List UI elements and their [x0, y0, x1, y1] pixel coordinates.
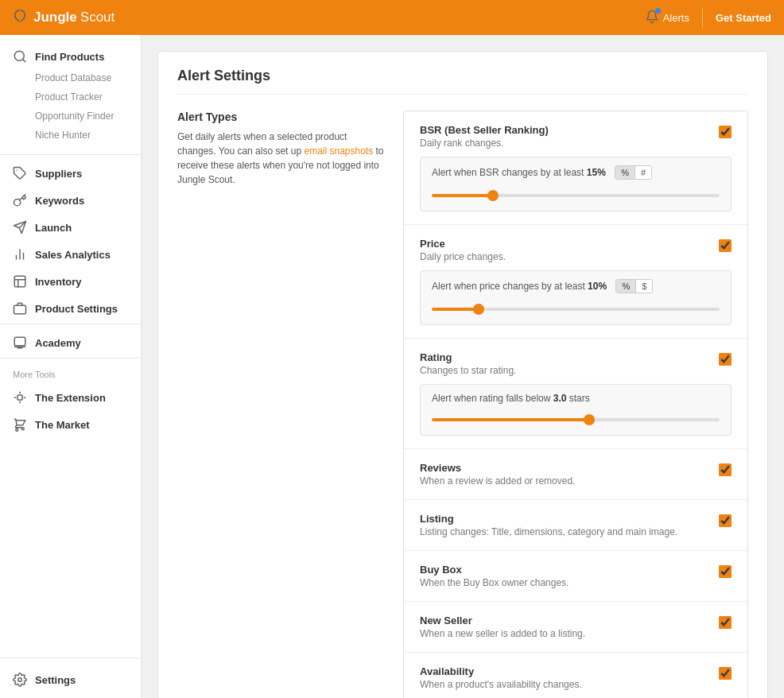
alert-item-buy-box-title: Buy Box: [420, 564, 569, 576]
rating-slider[interactable]: [432, 418, 720, 421]
alert-item-reviews: Reviews When a review is added or remove…: [404, 449, 747, 500]
alert-item-price-desc: Daily price changes.: [420, 251, 506, 262]
alert-checkbox-reviews[interactable]: [719, 463, 732, 476]
product-settings-icon: [13, 301, 27, 316]
alert-item-reviews-desc: When a review is added or removed.: [420, 475, 575, 487]
key-icon: [13, 193, 27, 207]
alert-item-bsr-desc: Daily rank changes.: [420, 138, 549, 149]
sidebar-item-product-settings[interactable]: Product Settings: [0, 293, 141, 320]
sidebar-item-settings[interactable]: Settings: [0, 665, 141, 692]
more-tools-label: More Tools: [0, 362, 141, 382]
alert-item-buy-box-info: Buy Box When the Buy Box owner changes.: [420, 564, 569, 588]
sidebar-item-product-tracker[interactable]: Product Tracker: [0, 87, 141, 107]
sidebar-item-launch[interactable]: Launch: [0, 212, 141, 239]
alert-types-description: Get daily alerts when a selected product…: [177, 130, 384, 187]
alert-checkbox-listing[interactable]: [719, 514, 732, 527]
bsr-slider[interactable]: [432, 194, 720, 197]
price-slider-label: Alert when price changes by at least 10%…: [432, 279, 720, 293]
app-header: Jungle Scout Alerts Get Started: [0, 0, 784, 35]
alert-checkbox-bsr[interactable]: [719, 126, 732, 138]
alert-item-bsr-title: BSR (Best Seller Ranking): [420, 124, 549, 136]
price-percent-btn[interactable]: %: [616, 280, 636, 293]
alert-item-reviews-title: Reviews: [420, 462, 575, 474]
email-snapshots-link[interactable]: email snapshots: [304, 145, 373, 157]
logo-text-scout: Scout: [80, 10, 114, 25]
app-layout: Find Products Product Database Product T…: [0, 35, 784, 698]
sidebar: Find Products Product Database Product T…: [0, 35, 142, 698]
rating-slider-label: Alert when rating falls below 3.0 stars: [432, 393, 720, 404]
price-unit-toggle: % $: [615, 279, 653, 293]
sidebar-item-niche-hunter[interactable]: Niche Hunter: [0, 126, 141, 145]
sidebar-item-product-database[interactable]: Product Database: [0, 68, 141, 87]
alert-item-buy-box: Buy Box When the Buy Box owner changes.: [404, 551, 747, 602]
header-divider: [702, 8, 703, 27]
alert-item-availability: Availability When a product's availabili…: [404, 653, 747, 698]
alert-types-heading: Alert Types: [177, 111, 384, 123]
bsr-unit-toggle: % #: [615, 165, 652, 180]
price-slider[interactable]: [432, 308, 720, 311]
alert-item-new-seller: New Seller When a new seller is added to…: [404, 602, 747, 653]
svg-rect-9: [14, 337, 25, 346]
alert-item-buy-box-desc: When the Buy Box owner changes.: [420, 577, 569, 588]
logo-jungle: [13, 9, 30, 27]
sidebar-item-sales-analytics[interactable]: Sales Analytics: [0, 239, 141, 266]
sidebar-item-the-market[interactable]: The Market: [0, 409, 141, 436]
alert-item-bsr-info: BSR (Best Seller Ranking) Daily rank cha…: [420, 124, 549, 149]
alert-item-listing-info: Listing Listing changes: Title, dimensio…: [420, 513, 677, 537]
alert-item-listing-desc: Listing changes: Title, dimensions, cate…: [420, 526, 677, 537]
bsr-slider-label: Alert when BSR changes by at least 15% %…: [432, 165, 720, 180]
alert-item-price-title: Price: [420, 238, 506, 250]
alert-types-panel: Alert Types Get daily alerts when a sele…: [177, 111, 384, 698]
svg-rect-8: [14, 305, 26, 314]
alert-item-bsr: BSR (Best Seller Ranking) Daily rank cha…: [404, 111, 747, 225]
alert-checkbox-buy-box[interactable]: [719, 565, 732, 578]
alert-item-availability-header: Availability When a product's availabili…: [420, 665, 732, 690]
alert-item-rating-info: Rating Changes to star rating.: [420, 351, 516, 376]
bell-icon: [645, 10, 659, 26]
alert-checkbox-price[interactable]: [719, 239, 732, 252]
inventory-icon: [13, 274, 27, 289]
alert-item-listing-title: Listing: [420, 513, 677, 525]
alert-item-rating-title: Rating: [420, 351, 516, 363]
alert-checkbox-new-seller[interactable]: [719, 616, 732, 629]
page-title: Alert Settings: [177, 68, 748, 95]
alert-item-new-seller-header: New Seller When a new seller is added to…: [420, 615, 732, 639]
search-icon: [13, 49, 27, 64]
alert-item-new-seller-info: New Seller When a new seller is added to…: [420, 615, 585, 639]
price-dollar-btn[interactable]: $: [636, 280, 652, 293]
bsr-percent-btn[interactable]: %: [615, 166, 635, 179]
alert-item-availability-desc: When a product's availability changes.: [420, 679, 582, 690]
sidebar-bottom: Settings: [0, 657, 141, 698]
get-started-button[interactable]: Get Started: [716, 12, 771, 24]
svg-point-11: [18, 678, 22, 682]
bsr-hash-btn[interactable]: #: [635, 166, 651, 179]
alert-item-rating-header: Rating Changes to star rating.: [420, 351, 732, 376]
logo-text-jungle: Jungle: [33, 10, 77, 25]
sidebar-item-academy[interactable]: Academy: [0, 328, 141, 355]
alert-item-rating-desc: Changes to star rating.: [420, 365, 516, 376]
analytics-icon: [13, 247, 27, 262]
sidebar-item-keywords[interactable]: Keywords: [0, 185, 141, 212]
sidebar-item-opportunity-finder[interactable]: Opportunity Finder: [0, 107, 141, 126]
alert-item-price-header: Price Daily price changes.: [420, 238, 732, 262]
market-icon: [13, 417, 27, 432]
alert-item-bsr-header: BSR (Best Seller Ranking) Daily rank cha…: [420, 124, 732, 149]
sidebar-item-inventory[interactable]: Inventory: [0, 266, 141, 293]
sidebar-item-the-extension[interactable]: The Extension: [0, 382, 141, 409]
sidebar-item-suppliers[interactable]: Suppliers: [0, 158, 141, 185]
tag-icon: [13, 166, 27, 180]
sidebar-item-find-products[interactable]: Find Products: [0, 41, 141, 68]
alert-checkbox-rating[interactable]: [719, 353, 732, 366]
bsr-slider-box: Alert when BSR changes by at least 15% %…: [420, 157, 732, 211]
alert-checkbox-availability[interactable]: [719, 667, 732, 680]
extension-icon: [13, 390, 27, 405]
alert-item-price-info: Price Daily price changes.: [420, 238, 506, 262]
alert-item-availability-title: Availability: [420, 665, 582, 677]
alert-item-new-seller-desc: When a new seller is added to a listing.: [420, 628, 585, 639]
sidebar-section-find-products: Find Products Product Database Product T…: [0, 35, 141, 151]
alerts-button[interactable]: Alerts: [645, 10, 689, 26]
settings-icon: [13, 673, 27, 687]
svg-rect-10: [17, 395, 22, 400]
alert-item-listing-header: Listing Listing changes: Title, dimensio…: [420, 513, 732, 537]
main-content: Alert Settings Alert Types Get daily ale…: [142, 35, 784, 698]
